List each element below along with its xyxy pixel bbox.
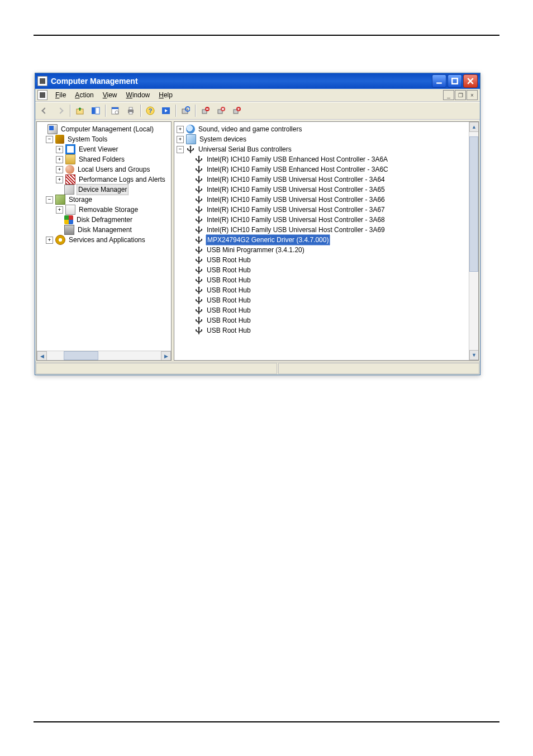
device-label[interactable]: USB Root Hub <box>206 305 252 315</box>
menu-window[interactable]: Window <box>122 89 155 101</box>
menu-action[interactable]: Action <box>70 89 98 101</box>
device-label[interactable]: MPX24794G2 Generic Driver (3.4.7.000) <box>206 234 330 245</box>
tree-event-viewer[interactable]: Event Viewer <box>78 144 119 154</box>
scroll-thumb[interactable] <box>64 351 98 360</box>
tree-shared-folders[interactable]: Shared Folders <box>78 154 126 164</box>
tree-defrag[interactable]: Disk Defragmenter <box>75 215 134 225</box>
left-hscrollbar[interactable]: ◀ ▶ <box>37 351 171 360</box>
device-label[interactable]: Intel(R) ICH10 Family USB Universal Host… <box>206 225 386 235</box>
expand-toggle[interactable]: + <box>177 136 184 143</box>
tree-perf-logs[interactable]: Performance Logs and Alerts <box>78 174 166 185</box>
device-label[interactable]: Intel(R) ICH10 Family USB Enhanced Host … <box>206 164 389 174</box>
disable-button[interactable] <box>229 103 244 118</box>
title-bar[interactable]: Computer Management <box>35 73 480 89</box>
device-item[interactable]: Intel(R) ICH10 Family USB Universal Host… <box>177 174 468 185</box>
scroll-thumb[interactable] <box>469 136 478 272</box>
collapse-toggle[interactable]: − <box>177 146 184 153</box>
tree-storage[interactable]: Storage <box>68 195 93 205</box>
tree-local-users[interactable]: Local Users and Groups <box>77 164 151 174</box>
device-item[interactable]: Intel(R) ICH10 Family USB Universal Host… <box>177 185 468 195</box>
collapse-toggle[interactable]: − <box>46 196 53 204</box>
help-button[interactable]: ? <box>143 103 158 118</box>
device-label[interactable]: Intel(R) ICH10 Family USB Universal Host… <box>206 195 386 205</box>
device-item[interactable]: Intel(R) ICH10 Family USB Enhanced Host … <box>177 164 468 174</box>
uninstall-button[interactable] <box>198 103 212 118</box>
show-hide-tree-button[interactable] <box>88 103 103 118</box>
scroll-left-button[interactable]: ◀ <box>37 351 47 361</box>
maximize-button[interactable] <box>448 74 462 88</box>
action-button[interactable] <box>159 103 173 118</box>
device-item[interactable]: Intel(R) ICH10 Family USB Universal Host… <box>177 195 468 205</box>
expand-toggle[interactable]: + <box>56 176 63 183</box>
back-button[interactable] <box>37 103 52 118</box>
cat-sysdev[interactable]: System devices <box>198 134 248 144</box>
forward-button[interactable] <box>53 103 68 118</box>
device-item[interactable]: USB Root Hub <box>177 275 468 285</box>
usb-icon <box>194 256 203 264</box>
tree-services[interactable]: Services and Applications <box>68 235 146 245</box>
device-item[interactable]: USB Root Hub <box>177 295 468 305</box>
device-item[interactable]: USB Root Hub <box>177 285 468 295</box>
device-label[interactable]: USB Root Hub <box>206 295 252 305</box>
device-label[interactable]: USB Mini Programmer (3.4.1.20) <box>206 245 306 255</box>
mdi-close-button[interactable]: × <box>467 90 478 100</box>
device-label[interactable]: Intel(R) ICH10 Family USB Enhanced Host … <box>206 154 389 164</box>
expand-toggle[interactable]: + <box>46 237 53 244</box>
device-item[interactable]: Intel(R) ICH10 Family USB Universal Host… <box>177 205 468 215</box>
tree-root[interactable]: Computer Management (Local) <box>60 124 155 134</box>
scroll-up-button[interactable]: ▲ <box>469 122 479 132</box>
update-driver-button[interactable] <box>213 103 228 118</box>
scope-pane[interactable]: Computer Management (Local) −System Tool… <box>36 121 172 361</box>
device-item[interactable]: Intel(R) ICH10 Family USB Universal Host… <box>177 225 468 235</box>
menu-file[interactable]: File <box>51 89 70 101</box>
cat-sound[interactable]: Sound, video and game controllers <box>197 124 303 134</box>
device-item[interactable]: USB Root Hub <box>177 255 468 265</box>
device-item[interactable]: Intel(R) ICH10 Family USB Universal Host… <box>177 215 468 225</box>
device-label[interactable]: Intel(R) ICH10 Family USB Universal Host… <box>206 174 386 185</box>
menu-view[interactable]: View <box>98 89 122 101</box>
expand-toggle[interactable]: + <box>56 206 63 214</box>
close-button[interactable] <box>463 74 478 88</box>
device-item[interactable]: USB Root Hub <box>177 315 468 325</box>
up-button[interactable] <box>73 103 87 118</box>
expand-toggle[interactable]: + <box>56 146 63 153</box>
cat-usb[interactable]: Universal Serial Bus controllers <box>197 144 293 154</box>
scan-hardware-button[interactable] <box>178 103 193 118</box>
device-label[interactable]: USB Root Hub <box>206 325 252 336</box>
device-label[interactable]: USB Root Hub <box>206 315 252 325</box>
properties-button[interactable] <box>108 103 122 118</box>
expand-toggle[interactable]: + <box>56 166 63 173</box>
tree-device-manager[interactable]: Device Manager <box>77 184 129 195</box>
device-label[interactable]: Intel(R) ICH10 Family USB Universal Host… <box>206 185 386 195</box>
device-item[interactable]: USB Root Hub <box>177 305 468 315</box>
right-vscrollbar[interactable]: ▲ ▼ <box>469 122 478 360</box>
tree-system-tools[interactable]: System Tools <box>66 134 108 144</box>
device-item[interactable]: Intel(R) ICH10 Family USB Enhanced Host … <box>177 154 468 164</box>
device-label[interactable]: Intel(R) ICH10 Family USB Universal Host… <box>206 215 386 225</box>
scroll-track[interactable] <box>469 132 478 350</box>
device-label[interactable]: USB Root Hub <box>206 275 252 285</box>
scroll-right-button[interactable]: ▶ <box>161 351 171 361</box>
mdi-minimize-button[interactable]: _ <box>443 90 454 100</box>
device-item[interactable]: USB Root Hub <box>177 265 468 275</box>
device-label[interactable]: USB Root Hub <box>206 265 252 275</box>
device-label[interactable]: USB Root Hub <box>206 255 252 265</box>
usb-icon <box>194 266 203 275</box>
mdi-restore-button[interactable]: ❐ <box>455 90 466 100</box>
result-pane[interactable]: +Sound, video and game controllers +Syst… <box>174 121 479 361</box>
minimize-button[interactable] <box>432 74 446 88</box>
print-button[interactable] <box>123 103 138 118</box>
device-label[interactable]: USB Root Hub <box>206 285 252 295</box>
tree-removable[interactable]: Removable Storage <box>78 205 139 215</box>
expand-toggle[interactable]: + <box>56 156 63 163</box>
device-label[interactable]: Intel(R) ICH10 Family USB Universal Host… <box>206 205 386 215</box>
expand-toggle[interactable]: + <box>177 126 184 133</box>
menu-help[interactable]: Help <box>154 89 177 101</box>
device-item[interactable]: USB Root Hub <box>177 325 468 336</box>
scroll-track[interactable] <box>47 351 161 360</box>
scroll-down-button[interactable]: ▼ <box>469 350 479 360</box>
tree-disk-mgmt[interactable]: Disk Management <box>77 225 133 235</box>
device-item[interactable]: MPX24794G2 Generic Driver (3.4.7.000) <box>177 235 468 245</box>
collapse-toggle[interactable]: − <box>46 136 53 143</box>
device-item[interactable]: USB Mini Programmer (3.4.1.20) <box>177 245 468 255</box>
